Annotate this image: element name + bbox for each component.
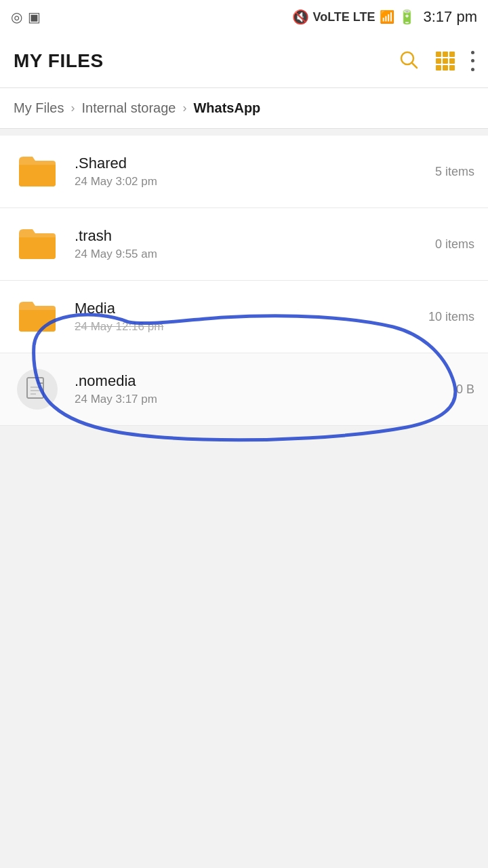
file-item-trash[interactable]: .trash 24 May 9:55 am 0 items [0,208,488,281]
grid-view-button[interactable] [436,52,455,71]
header: MY FILES [0,34,488,88]
file-date-nomedia: 24 May 3:17 pm [75,393,449,406]
breadcrumb-whatsapp[interactable]: WhatsApp [193,100,260,116]
svg-line-1 [412,63,417,68]
file-date-shared: 24 May 3:02 pm [75,175,428,189]
file-item-media[interactable]: Media 24 May 12:16 pm 10 items [0,281,488,353]
file-info-media: Media 24 May 12:16 pm [75,300,422,334]
file-date-trash: 24 May 9:55 am [75,248,428,261]
file-name-media: Media [75,300,422,317]
page-title: MY FILES [14,50,398,72]
lte-label: VoLTE LTE [313,10,375,24]
breadcrumb-myfiles[interactable]: My Files [14,100,64,116]
svg-rect-2 [27,378,43,398]
search-button[interactable] [398,49,420,73]
breadcrumb: My Files › Internal storage › WhatsApp [0,88,488,129]
doc-icon-nomedia [17,369,58,410]
file-info-trash: .trash 24 May 9:55 am [75,227,428,261]
file-info-nomedia: .nomedia 24 May 3:17 pm [75,372,449,406]
file-size-media: 10 items [428,310,474,324]
breadcrumb-sep-2: › [182,101,186,115]
gallery-icon: ▣ [28,9,41,25]
file-size-trash: 0 items [435,237,474,252]
file-size-shared: 5 items [435,165,474,179]
file-info-shared: .Shared 24 May 3:02 pm [75,155,428,189]
file-item-shared[interactable]: .Shared 24 May 3:02 pm 5 items [0,136,488,208]
header-actions [398,49,474,73]
status-right-icons: 🔇 VoLTE LTE 📶 🔋 3:17 pm [292,8,478,26]
file-name-trash: .trash [75,227,428,245]
folder-icon-shared [14,148,61,195]
status-time: 3:17 pm [424,8,478,26]
mute-icon: 🔇 [292,9,309,25]
file-name-nomedia: .nomedia [75,372,449,390]
file-icon-nomedia [14,366,61,413]
file-size-nomedia: 0 B [456,382,474,397]
file-item-nomedia[interactable]: .nomedia 24 May 3:17 pm 0 B [0,353,488,426]
more-options-button[interactable] [471,51,474,71]
file-list: .Shared 24 May 3:02 pm 5 items .trash 24… [0,136,488,426]
folder-icon-trash [14,220,61,268]
folder-icon-media [14,293,61,340]
battery-icon: 🔋 [399,9,415,25]
status-bar: ◎ ▣ 🔇 VoLTE LTE 📶 🔋 3:17 pm [0,0,488,34]
navigation-icon: ◎ [11,9,22,25]
signal-icon: 📶 [380,9,394,24]
file-date-media: 24 May 12:16 pm [75,320,422,334]
file-name-shared: .Shared [75,155,428,172]
status-left-icons: ◎ ▣ [11,9,41,25]
breadcrumb-internal[interactable]: Internal storage [81,100,176,116]
breadcrumb-sep-1: › [70,101,75,115]
file-list-container: .Shared 24 May 3:02 pm 5 items .trash 24… [0,136,488,426]
